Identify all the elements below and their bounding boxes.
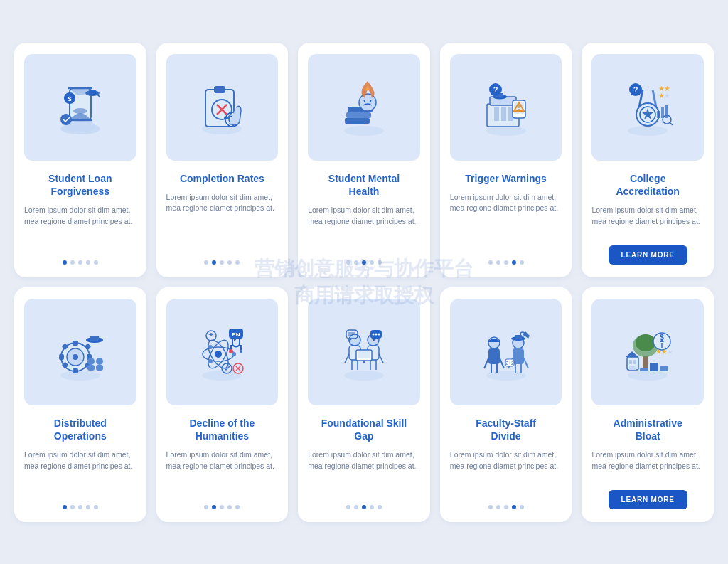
svg-line-99	[345, 354, 349, 363]
card-dots-decline-humanities	[204, 505, 240, 509]
svg-point-64	[73, 354, 78, 360]
svg-rect-152	[629, 360, 632, 364]
card-illustration-foundational-skill	[308, 299, 420, 405]
svg-point-86	[208, 359, 213, 363]
svg-rect-76	[87, 365, 95, 371]
svg-point-113	[375, 333, 377, 335]
dot-3	[86, 260, 90, 265]
svg-rect-145	[650, 363, 658, 371]
card-dots-foundational-skill	[346, 505, 382, 509]
svg-rect-78	[96, 365, 103, 371]
dot-2	[220, 260, 224, 265]
svg-rect-33	[501, 107, 506, 121]
dot-0	[63, 505, 67, 509]
card-illustration-mental-health	[308, 54, 420, 161]
svg-rect-110	[358, 351, 370, 358]
dot-1	[496, 505, 500, 509]
card-title-decline-humanities: Decline of theHumanities	[189, 417, 255, 442]
dot-1	[212, 260, 216, 265]
svg-rect-147	[640, 368, 648, 371]
dot-4	[378, 260, 382, 265]
card-dots-distributed-operations	[63, 505, 98, 509]
dot-3	[512, 505, 516, 509]
svg-point-5	[73, 108, 87, 114]
card-title-faculty-staff: Faculty-StaffDivide	[476, 417, 536, 442]
card-faculty-staff: 2+2 Faculty-StaffDivide Lorem ipsum dolo…	[440, 287, 572, 522]
svg-rect-58	[665, 105, 668, 118]
svg-point-85	[208, 345, 213, 349]
card-grid: $ Student LoanForgiveness Lorem ipsum do…	[14, 43, 714, 522]
card-body-administrative-bloat: Lorem ipsum dolor sit dim amet, mea regi…	[592, 449, 704, 481]
card-dots-mental-health	[346, 260, 382, 265]
svg-rect-67	[59, 354, 64, 360]
svg-point-114	[378, 333, 380, 335]
card-illustration-student-loan: $	[24, 54, 136, 161]
card-title-administrative-bloat: AdministrativeBloat	[614, 417, 682, 442]
dot-4	[520, 505, 524, 509]
svg-rect-65	[73, 341, 78, 346]
card-title-college-accreditation: CollegeAccreditation	[616, 172, 679, 198]
dot-4	[520, 260, 524, 265]
svg-point-41	[518, 109, 520, 110]
svg-point-75	[87, 358, 95, 365]
svg-rect-23	[345, 118, 370, 124]
dot-3	[86, 505, 90, 509]
svg-rect-24	[346, 112, 371, 118]
svg-point-87	[229, 349, 233, 353]
svg-point-22	[344, 126, 384, 136]
learn-more-button-college-accreditation[interactable]: LEARN MORE	[609, 245, 687, 265]
card-decline-humanities: EN Decline of theHumanities Lorem ipsum …	[156, 287, 289, 522]
svg-point-44	[628, 126, 668, 136]
svg-rect-14	[214, 86, 225, 93]
svg-point-88	[240, 350, 242, 353]
svg-line-131	[524, 358, 528, 368]
card-completion-rates: Completion Rates Lorem ipsum dolor sit d…	[156, 43, 289, 277]
svg-point-96	[344, 371, 384, 381]
dot-1	[70, 505, 75, 509]
dot-4	[235, 505, 240, 509]
svg-point-112	[372, 333, 374, 335]
card-body-student-loan: Lorem ipsum dolor sit dim amet, mea regi…	[24, 205, 136, 252]
card-illustration-distributed-operations	[24, 299, 136, 405]
card-title-distributed-operations: DistributedOperations	[54, 417, 107, 442]
card-college-accreditation: ★ ★ ★ ★ ? CollegeAccreditation Lorem ips…	[582, 43, 714, 277]
card-title-trigger-warnings: Trigger Warnings	[465, 172, 547, 185]
svg-text:2+2: 2+2	[505, 361, 514, 366]
dot-2	[78, 505, 82, 509]
card-foundational-skill: Foundational SkillGap Lorem ipsum dolor …	[298, 287, 430, 522]
dot-4	[235, 260, 240, 265]
svg-line-106	[379, 354, 383, 363]
card-illustration-faculty-staff: 2+2	[450, 299, 562, 405]
learn-more-button-administrative-bloat[interactable]: LEARN MORE	[609, 490, 687, 509]
svg-point-29	[486, 126, 526, 136]
dot-2	[504, 260, 508, 265]
card-dots-trigger-warnings	[488, 260, 524, 265]
card-dots-student-loan	[63, 260, 98, 265]
dot-2	[78, 260, 82, 265]
dot-0	[204, 505, 208, 509]
svg-line-122	[484, 358, 488, 368]
svg-rect-154	[629, 366, 636, 370]
dot-3	[228, 505, 232, 509]
card-body-faculty-staff: Lorem ipsum dolor sit dim amet, mea regi…	[450, 449, 562, 496]
svg-text:?: ?	[493, 85, 498, 94]
svg-rect-146	[660, 366, 668, 371]
svg-text:?: ?	[633, 85, 638, 94]
card-body-decline-humanities: Lorem ipsum dolor sit dim amet, mea regi…	[166, 449, 279, 496]
svg-point-80	[215, 351, 222, 358]
svg-point-137	[628, 371, 668, 381]
svg-point-79	[202, 371, 242, 381]
dot-3	[512, 260, 516, 265]
dot-0	[346, 260, 350, 265]
svg-rect-121	[488, 348, 500, 364]
svg-text:★: ★	[667, 348, 673, 356]
card-title-mental-health: Student MentalHealth	[328, 172, 400, 198]
card-body-college-accreditation: Lorem ipsum dolor sit dim amet, mea regi…	[592, 205, 704, 237]
dot-4	[94, 505, 98, 509]
card-body-completion-rates: Lorem ipsum dolor sit dim amet, mea regi…	[166, 192, 279, 252]
card-trigger-warnings: ? Trigger Warnings Lorem ipsum dolor sit…	[440, 43, 572, 277]
card-distributed-operations: DistributedOperations Lorem ipsum dolor …	[14, 287, 146, 522]
dot-0	[488, 260, 493, 265]
card-administrative-bloat: $ ★ ★ ★ AdministrativeBloat Lorem ipsum …	[582, 287, 714, 522]
dot-3	[370, 505, 374, 509]
